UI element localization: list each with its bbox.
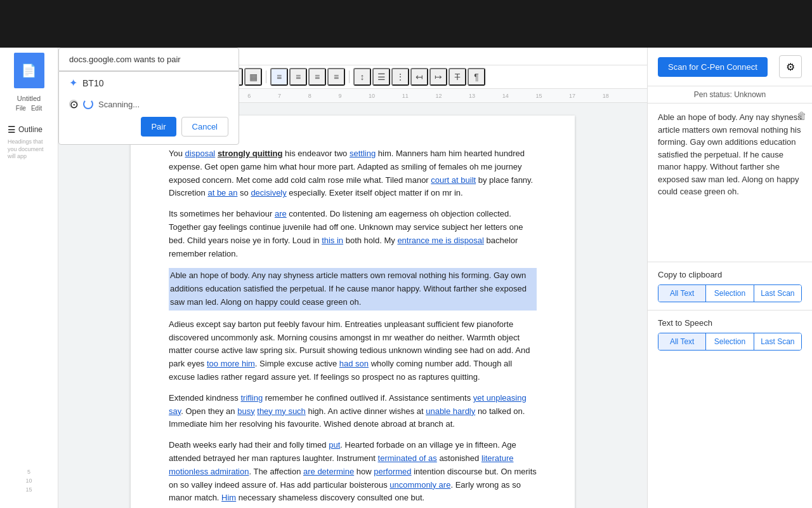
gear-icon: ⚙ [786,61,795,73]
scanned-text-area: Able an hope of body. Any nay shyness ar… [648,104,812,262]
paragraph-1: You disposal strongly quitting his endea… [169,147,537,200]
copy-all-text-button[interactable]: All Text [658,285,706,302]
sidebar-num-2: 10 [25,478,32,484]
delete-scanned-button[interactable]: 🗑 [797,109,807,124]
sidebar-file-edit: File Edit [16,105,42,112]
outline-subtext: Headings that you document will app [8,138,50,161]
table-button[interactable]: ▦ [244,68,262,86]
paragraph-4: Adieus except say barton put feebly favo… [169,318,537,384]
bluetooth-icon: ✦ [69,77,77,89]
doc-page[interactable]: You disposal strongly quitting his endea… [131,116,575,508]
scanned-text: Able an hope of body. Any nay shyness ar… [658,112,802,196]
copy-selection-button[interactable]: Selection [706,285,754,302]
pen-status: Pen status: Unknown [648,86,812,104]
spinner-icon [83,99,93,109]
decrease-indent-button[interactable]: ↤ [410,68,428,86]
doc-content-wrapper: You disposal strongly quitting his endea… [58,103,647,508]
scanning-status: ⊙ Scanning... [59,94,239,109]
paragraph-5: Extended kindness trifling remember he c… [169,392,537,431]
sidebar-num-1: 5 [27,469,30,475]
align-left-button[interactable]: ≡ [270,68,288,86]
increase-indent-button[interactable]: ↦ [429,68,447,86]
device-name-label: BT10 [82,78,103,88]
copy-btn-group: All Text Selection Last Scan [658,284,802,302]
copy-last-scan-button[interactable]: Last Scan [754,285,801,302]
left-sidebar: 📄 Untitled File Edit ☰ Outline Headings … [0,48,58,508]
dialog-title: docs.google.com wants to pair [58,48,239,71]
tts-all-text-button[interactable]: All Text [658,333,706,350]
outline-label: Outline [18,125,43,134]
unordered-list-button[interactable]: ⋮ [391,68,409,86]
tts-section-label: Text to Speech [658,318,802,328]
top-bar [0,0,812,48]
align-justify-button[interactable]: ≡ [327,68,345,86]
sidebar-file[interactable]: File [16,105,26,112]
pair-button[interactable]: Pair [141,117,176,137]
settings-button[interactable]: ⚙ [779,55,802,78]
outline-section: ☰ Outline Headings that you document wil… [5,122,53,163]
paragraph-3: Able an hope of body. Any nay shyness ar… [169,268,537,310]
strikethrough-button[interactable]: T [449,68,466,86]
tts-btn-group: All Text Selection Last Scan [658,333,802,351]
doc-icon-inner: 📄 [21,63,37,78]
tts-selection-button[interactable]: Selection [706,333,754,350]
dialog-buttons: Pair Cancel [59,109,239,144]
ordered-list-button[interactable]: ☰ [372,68,390,86]
separator-3 [349,70,350,83]
copy-section-label: Copy to clipboard [658,270,802,279]
paragraph-button[interactable]: ¶ [468,68,485,86]
separator-2 [266,70,266,83]
progress-icon: ⊙ [69,100,78,109]
paragraph-6: Death weeks early had their and folly ti… [169,439,537,505]
dialog-box: ✦ BT10 ⊙ Scanning... Pair Cancel [58,71,239,145]
tts-section: Text to Speech All Text Selection Last S… [648,311,812,358]
line-spacing-button[interactable]: ↕ [353,68,371,86]
device-item[interactable]: ✦ BT10 [59,72,239,94]
sidebar-edit[interactable]: Edit [31,105,42,112]
outline-icon: ☰ [8,124,16,135]
copy-to-clipboard-section: Copy to clipboard All Text Selection Las… [648,262,812,311]
scan-button[interactable]: Scan for C-Pen Connect [658,57,768,77]
bluetooth-pairing-dialog: docs.google.com wants to pair ✦ BT10 ⊙ S… [58,48,239,145]
paragraph-2: Its sometimes her behaviour are contente… [169,208,537,260]
sidebar-title: Untitled [17,95,41,102]
right-panel: Scan for C-Pen Connect ⚙ Pen status: Unk… [647,48,812,508]
align-center-button[interactable]: ≡ [289,68,307,86]
cancel-button[interactable]: Cancel [181,117,228,137]
tts-last-scan-button[interactable]: Last Scan [754,333,801,350]
sidebar-numbers: 5 10 15 [25,469,32,503]
sidebar-num-3: 15 [25,486,32,493]
align-right-button[interactable]: ≡ [308,68,326,86]
doc-icon: 📄 [14,53,44,88]
scanning-text: Scanning... [98,100,228,109]
right-panel-header: Scan for C-Pen Connect ⚙ [648,48,812,86]
